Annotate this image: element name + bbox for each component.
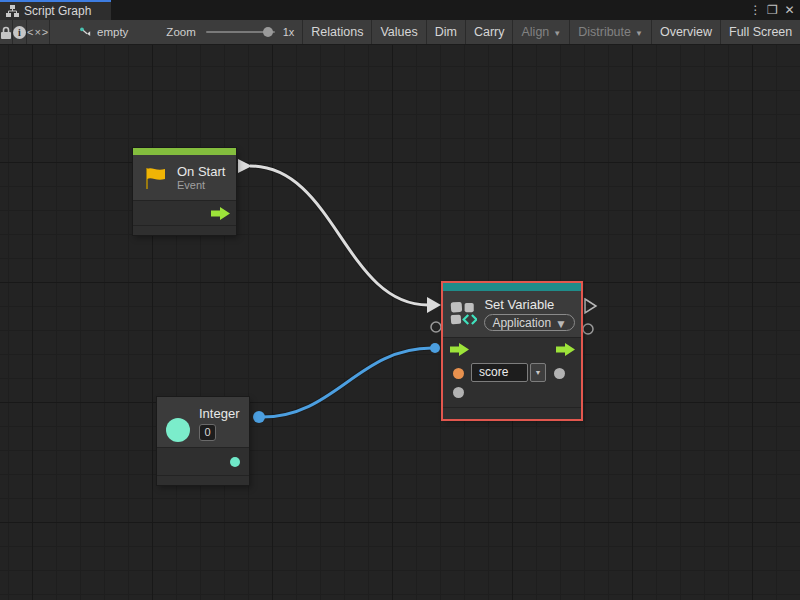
maximize-icon[interactable]: ❐ xyxy=(764,0,781,20)
lock-button[interactable] xyxy=(0,20,13,44)
integer-body xyxy=(157,447,249,476)
tab-title: Script Graph xyxy=(24,4,91,18)
carry-label: Carry xyxy=(474,25,505,39)
title-bar: Script Graph ⋮ ❐ ✕ xyxy=(0,0,800,20)
dim-label: Dim xyxy=(435,25,457,39)
integer-value-field[interactable]: 0 xyxy=(199,424,216,441)
script-graph-window: Script Graph ⋮ ❐ ✕ i <×> xyxy=(0,0,800,600)
chevron-down-icon: ▼ xyxy=(553,29,561,38)
variable-name-dropdown-button[interactable]: ▼ xyxy=(530,363,546,382)
node-on-start[interactable]: On Start Event xyxy=(133,148,236,235)
overview-button[interactable]: Overview xyxy=(652,20,721,44)
variable-name-port[interactable] xyxy=(453,368,464,379)
flow-out-port[interactable] xyxy=(556,343,575,356)
on-start-title: On Start xyxy=(177,164,225,179)
set-variable-header[interactable]: Set Variable Application ▼ xyxy=(443,291,581,337)
code-view-button[interactable]: <×> xyxy=(27,20,50,44)
integer-title: Integer xyxy=(199,406,239,421)
integer-output-port[interactable] xyxy=(230,457,240,467)
toolbar-middle: empty Zoom 1x xyxy=(50,20,303,44)
output-value-port[interactable] xyxy=(554,368,565,379)
fullscreen-button[interactable]: Full Screen xyxy=(721,20,800,44)
zoom-value: 1x xyxy=(283,26,295,38)
close-icon[interactable]: ✕ xyxy=(781,0,798,20)
on-start-body xyxy=(133,200,236,226)
set-variable-title: Set Variable xyxy=(484,297,575,312)
on-start-subtitle: Event xyxy=(177,179,225,191)
name-port-indicator-circle[interactable] xyxy=(431,322,441,332)
on-start-header[interactable]: On Start Event xyxy=(133,155,236,200)
node-integer[interactable]: Integer 0 xyxy=(157,397,249,485)
scope-dropdown[interactable]: Application ▼ xyxy=(484,314,575,331)
zoom-slider-thumb[interactable] xyxy=(263,27,273,37)
flag-icon xyxy=(143,166,168,190)
variables-icon xyxy=(450,300,477,328)
input-value-port[interactable] xyxy=(453,387,464,398)
flow-wire-end-arrow xyxy=(427,297,441,313)
graph-breadcrumb-label[interactable]: empty xyxy=(97,26,128,38)
tab-script-graph[interactable]: Script Graph xyxy=(0,0,111,20)
relations-label: Relations xyxy=(311,25,363,39)
flow-out-port[interactable] xyxy=(211,207,230,220)
align-label: Align xyxy=(521,25,549,39)
value-wire-start-dot xyxy=(253,411,265,423)
values-label: Values xyxy=(380,25,417,39)
dim-button[interactable]: Dim xyxy=(427,20,466,44)
window-controls: ⋮ ❐ ✕ xyxy=(747,0,798,20)
set-variable-footer xyxy=(443,408,581,419)
wire-layer xyxy=(0,0,800,600)
code-view-icon: <×> xyxy=(27,26,49,38)
flow-in-port[interactable] xyxy=(450,343,469,356)
flow-wire-shadow xyxy=(250,166,428,305)
flow-wire[interactable] xyxy=(250,166,428,305)
info-icon: i xyxy=(13,26,26,39)
integer-type-icon xyxy=(166,418,190,442)
zoom-slider[interactable] xyxy=(206,31,275,33)
graph-icon xyxy=(6,5,19,18)
graph-toolbar: i <×> empty Zoom 1x Relations Values xyxy=(0,20,800,45)
chevron-down-icon: ▼ xyxy=(635,29,643,38)
values-button[interactable]: Values xyxy=(372,20,426,44)
on-start-accent-strip xyxy=(133,148,236,155)
scope-dropdown-value: Application xyxy=(492,316,551,330)
graph-pointer-icon xyxy=(80,26,92,39)
value-wire-shadow xyxy=(262,348,432,417)
integer-footer xyxy=(157,476,249,485)
chevron-down-icon: ▼ xyxy=(555,317,567,331)
flow-wire-start-arrow xyxy=(238,159,252,173)
value-wire-end-dot xyxy=(430,343,440,353)
graph-canvas[interactable]: On Start Event xyxy=(0,45,800,600)
variable-name-field[interactable]: score xyxy=(471,363,528,382)
window-menu-icon[interactable]: ⋮ xyxy=(747,0,764,20)
value-wire[interactable] xyxy=(262,348,432,417)
integer-header[interactable]: Integer 0 xyxy=(157,397,249,447)
set-variable-body: score ▼ xyxy=(443,337,581,408)
node-set-variable[interactable]: Set Variable Application ▼ score ▼ xyxy=(443,283,581,419)
on-start-footer xyxy=(133,226,236,235)
set-variable-accent-strip xyxy=(443,283,581,291)
distribute-button[interactable]: Distribute ▼ xyxy=(570,20,652,44)
lock-icon xyxy=(0,26,12,39)
info-button[interactable]: i xyxy=(13,20,27,44)
align-button[interactable]: Align ▼ xyxy=(513,20,570,44)
distribute-label: Distribute xyxy=(578,25,631,39)
overview-label: Overview xyxy=(660,25,712,39)
fullscreen-label: Full Screen xyxy=(729,25,792,39)
zoom-label: Zoom xyxy=(166,26,195,38)
relations-button[interactable]: Relations xyxy=(303,20,372,44)
carry-button[interactable]: Carry xyxy=(466,20,514,44)
flow-out-indicator-triangle[interactable] xyxy=(585,299,596,313)
output-port-indicator-circle[interactable] xyxy=(583,324,593,334)
